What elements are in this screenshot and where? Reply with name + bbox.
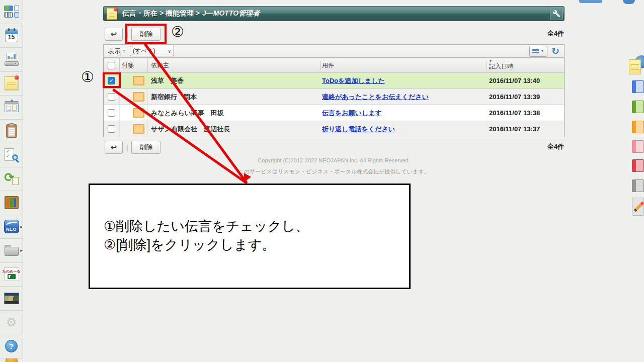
wrench-icon <box>552 10 560 18</box>
annotation-highlight-delete-button <box>125 24 167 44</box>
sidebar-item-workflow[interactable]: ⟳ <box>0 167 23 192</box>
bookshelf-icon <box>5 196 19 209</box>
table-header-row: 付箋 依頼主 用件 ▼ 記入日時 <box>104 58 564 72</box>
message-row[interactable]: サザン有限会社 渡辺社長 折り返し電話をください 2016/11/07 13:3… <box>104 121 564 137</box>
annotation-step2-badge: ② <box>171 24 184 39</box>
top-cropped-icon <box>623 0 635 4</box>
sidebar-item-todo-search[interactable]: ✓✓ <box>0 143 23 167</box>
neo-logo-icon: NEO <box>4 220 19 233</box>
caret-down-icon: ▼ <box>540 49 544 53</box>
row-checkbox[interactable] <box>108 109 115 117</box>
gear-icon: ⚙ <box>6 316 17 329</box>
column-header-requester[interactable]: 依頼主 <box>148 61 321 70</box>
sticky-color-option-gray[interactable] <box>632 179 644 192</box>
sidebar-item-document-library[interactable] <box>0 191 23 215</box>
total-count: 全4件 <box>547 29 564 38</box>
back-button[interactable]: ↩ <box>105 141 123 154</box>
sidebar-item-ad-banner[interactable] <box>0 287 23 311</box>
entry-datetime: 2016/11/07 13:37 <box>487 121 564 137</box>
toolbar-separator: | <box>126 144 128 151</box>
instruction-line: ②[削除]をクリックします。 <box>104 236 404 254</box>
admin-settings-button[interactable] <box>550 7 563 20</box>
task-search-icon: ✓✓ <box>5 148 18 162</box>
sidebar-item-facility[interactable] <box>0 48 23 72</box>
delete-button[interactable]: 削除 <box>131 141 160 154</box>
sticky-note-tag[interactable] <box>133 124 144 134</box>
sidebar-item-settings: ⚙ <box>0 311 23 335</box>
entry-datetime: 2016/11/07 13:40 <box>487 73 564 88</box>
sticky-color-option-pink[interactable] <box>632 140 644 153</box>
calendar-icon: 15 <box>5 29 18 42</box>
copyright-text: Copyright (C)2012-2022 NEOJAPAN Inc. All… <box>103 157 565 163</box>
banner-image-icon <box>4 293 19 304</box>
filter-bar: 表示： (すべて) ∨ ▼ ↻ <box>103 44 565 58</box>
chevron-down-icon: ∨ <box>168 49 171 54</box>
sticky-color-option-blue[interactable] <box>632 80 644 93</box>
list-options-button[interactable]: ▼ <box>529 46 547 57</box>
workflow-icon: ⟳ <box>5 172 19 186</box>
sidebar-item-tanomeru[interactable]: たのめーる <box>0 263 23 287</box>
instruction-line: ①削除したい伝言をチェックし、 <box>104 217 404 236</box>
annotation-highlight-checkbox <box>103 72 121 88</box>
tanomeru-logo-icon: たのめーる <box>4 267 19 281</box>
sidebar-item-help[interactable]: ? <box>0 334 23 358</box>
cropped-round-icon <box>6 358 18 362</box>
row-checkbox[interactable] <box>108 125 115 133</box>
sort-desc-icon: ▼ <box>489 59 493 63</box>
sticky-color-option-orange[interactable] <box>632 121 644 133</box>
message-table: 付箋 依頼主 用件 ▼ 記入日時 ✓ 浅草 美香 ToDoを追加しました 201… <box>103 58 565 137</box>
message-row[interactable]: みなとみらい商事 田坂 伝言をお願いします 2016/11/07 13:38 <box>104 105 564 121</box>
sidebar-item-cropped[interactable] <box>0 358 23 362</box>
row-checkbox[interactable] <box>108 93 115 101</box>
column-header-datetime[interactable]: ▼ 記入日時 <box>487 58 564 72</box>
sidebar-item-schedule[interactable]: 15 <box>0 24 23 48</box>
back-button[interactable]: ↩ <box>105 28 123 41</box>
hamburger-icon <box>532 49 539 53</box>
requester-name: みなとみらい商事 田坂 <box>148 109 321 118</box>
portal-icon <box>4 6 19 18</box>
sidebar-item-memo[interactable] <box>0 72 23 96</box>
message-row[interactable]: 新宿銀行 岡本 連絡があったことをお伝えください 2016/11/07 13:3… <box>104 88 564 105</box>
projector-chart-icon <box>5 53 19 66</box>
column-header-fusen[interactable]: 付箋 <box>120 58 148 72</box>
sticky-note-tag[interactable] <box>133 76 144 85</box>
select-all-cell <box>104 58 120 72</box>
column-header-subject[interactable]: 用件 <box>321 61 487 70</box>
sidebar-item-report[interactable] <box>0 120 23 144</box>
sticky-color-option-red[interactable] <box>632 159 644 172</box>
subject-link[interactable]: 連絡があったことをお伝えください <box>322 93 429 101</box>
sidebar-item-neo[interactable]: NEO ▸ <box>0 215 23 239</box>
select-all-checkbox[interactable] <box>108 62 115 69</box>
breadcrumb: 伝言・所在 > 機能管理 >J—MOTTO管理者 <box>122 9 260 18</box>
subject-link[interactable]: 折り返し電話をください <box>322 125 395 133</box>
annotation-step1-badge: ① <box>81 69 94 84</box>
folder-icon <box>5 245 19 256</box>
pencil-edit-icon[interactable] <box>632 198 644 216</box>
sticky-note-tag[interactable] <box>133 92 144 102</box>
screen: 15 ✓✓ ⟳ NEO ▸ ▸ たのめーる <box>0 0 644 362</box>
total-count: 全4件 <box>547 142 564 151</box>
instruction-box: ①削除したい伝言をチェックし、 ②[削除]をクリックします。 <box>89 184 411 289</box>
requester-name: 新宿銀行 岡本 <box>148 93 321 102</box>
top-cropped-icon <box>579 0 602 3</box>
display-filter-label: 表示： <box>108 47 127 56</box>
memo-note-icon <box>5 76 18 90</box>
subject-link[interactable]: ToDoを追加しました <box>322 77 385 84</box>
app-sidebar: 15 ✓✓ ⟳ NEO ▸ ▸ たのめーる <box>0 0 23 362</box>
floating-memo-icon[interactable] <box>629 55 644 76</box>
sticky-color-option-green[interactable] <box>632 101 644 113</box>
breadcrumb-current: J—MOTTO管理者 <box>202 9 260 17</box>
sidebar-item-portal[interactable] <box>0 0 23 24</box>
bulletin-board-icon <box>5 101 19 114</box>
sidebar-item-bulletin[interactable] <box>0 96 23 120</box>
refresh-icon[interactable]: ↻ <box>551 45 559 57</box>
main-content: 伝言・所在 > 機能管理 >J—MOTTO管理者 ↩ | 削除 全4件 表示： … <box>103 0 565 362</box>
subject-link[interactable]: 伝言をお願いします <box>322 109 382 117</box>
provider-text: このサービスはリスモン・ビジネス・ポータル株式会社が提供しています。 <box>103 168 565 175</box>
entry-datetime: 2016/11/07 13:39 <box>487 89 564 105</box>
expand-caret-icon[interactable]: ▸ <box>20 248 23 253</box>
help-icon: ? <box>5 340 18 352</box>
toolbar-bottom: ↩ | 削除 <box>103 140 160 154</box>
sidebar-item-folder[interactable]: ▸ <box>0 239 23 263</box>
expand-caret-icon[interactable]: ▸ <box>20 224 23 229</box>
